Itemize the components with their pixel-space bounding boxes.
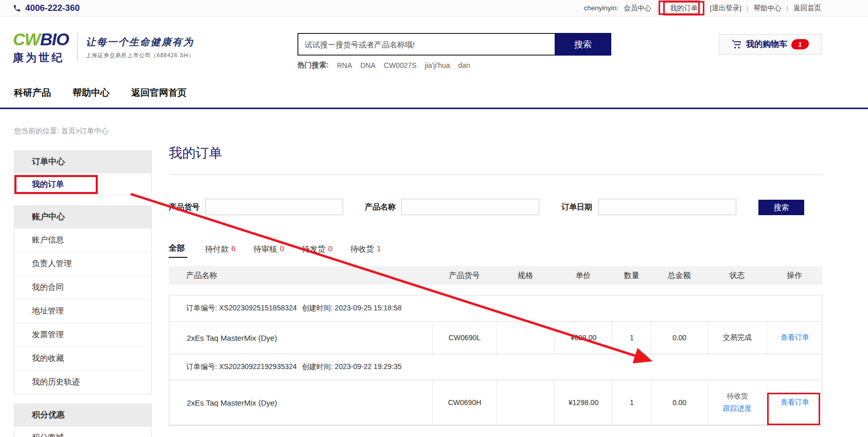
sidebar-item-my-orders[interactable]: 我的订单	[14, 173, 151, 196]
hot-search-item[interactable]: dan	[458, 61, 470, 69]
phone-number: 4006-222-360	[25, 3, 80, 13]
view-order-link[interactable]: 查看订单	[781, 333, 809, 342]
sidebar-item-points-mall[interactable]: 积分商城	[14, 426, 151, 437]
site-logo[interactable]: CWBIO 康为世纪 让每一个生命健康有为 上海证券交易所上市公司（688426…	[13, 30, 194, 65]
logo-divider	[77, 33, 78, 61]
logo-slogan: 让每一个生命健康有为	[86, 36, 194, 49]
hot-search-label: 热门搜索:	[297, 61, 329, 70]
order-meta: 订单编号: XS20230925151858324 创建时间: 2023-09-…	[169, 295, 822, 321]
next-order-block-edge	[169, 425, 822, 427]
orders-table-header: 产品名称 产品货号 规格 单价 数量 总金额 状态 操作	[169, 266, 822, 285]
tab-pending-payment[interactable]: 待付款6	[205, 244, 236, 258]
filter-input-date[interactable]	[598, 199, 736, 215]
hot-search-item[interactable]: CW0027S	[384, 61, 417, 69]
filter-label-sku: 产品货号	[169, 202, 200, 212]
tab-all[interactable]: 全部	[169, 243, 187, 258]
total-amount: 0.00	[651, 322, 708, 354]
nav-item-help[interactable]: 帮助中心	[73, 86, 110, 99]
title-divider	[169, 174, 822, 175]
order-created-time: 创建时间: 2023-09-22 19:29:35	[302, 362, 402, 372]
table-row: 2xEs Taq MasterMix (Dye) CW0690L ¥698.00…	[169, 321, 822, 354]
cart-icon	[732, 40, 742, 49]
view-order-link[interactable]: 查看订单	[781, 398, 809, 407]
main-nav: 科研产品 帮助中心 返回官网首页	[14, 86, 187, 99]
my-cart-button[interactable]: 我的购物车 1	[719, 34, 822, 55]
hot-search-item[interactable]: jia'ji'hua	[425, 61, 450, 69]
quantity: 1	[613, 322, 651, 354]
total-amount: 0.00	[651, 380, 708, 425]
main-content: 我的订单 产品货号 产品名称 订单日期 搜索 全部 待付款6 待审核0 待发货0…	[169, 144, 822, 427]
order-filter-row: 产品货号 产品名称 订单日期 搜索	[169, 199, 822, 216]
nav-item-products[interactable]: 科研产品	[14, 86, 51, 99]
topbar-link-member-center[interactable]: 会员中心	[624, 4, 651, 13]
sidebar-item-addresses[interactable]: 地址管理	[14, 299, 151, 323]
sidebar-group-points: 积分优惠 积分商城	[14, 404, 152, 437]
order-status: 交易完成	[708, 322, 767, 354]
tab-pending-receipt[interactable]: 待收货1	[350, 244, 381, 258]
username: chenyinyin:	[583, 4, 618, 12]
filter-label-date: 订单日期	[561, 202, 592, 212]
tab-pending-shipment[interactable]: 待发货0	[302, 244, 332, 258]
topbar-link-my-orders[interactable]: 我的订单	[663, 1, 704, 15]
topbar-link-home[interactable]: 返回首页	[793, 4, 821, 13]
phone-icon	[13, 4, 21, 12]
product-code: CW0690H	[433, 380, 497, 425]
logo-brand-en: CWBIO	[13, 30, 69, 49]
sidebar-group-orders: 订单中心 我的订单	[14, 150, 152, 196]
cart-count-badge: 1	[791, 39, 810, 49]
sidebar-item-invoices[interactable]: 发票管理	[14, 323, 151, 346]
unit-price: ¥1298.00	[555, 380, 613, 425]
nav-item-official-home[interactable]: 返回官网首页	[131, 86, 187, 99]
header-search: 搜索	[297, 33, 611, 56]
order-created-time: 创建时间: 2023-09-25 15:18:58	[302, 304, 402, 313]
order-block: 订单编号: XS20230922192935324 创建时间: 2023-09-…	[169, 354, 822, 425]
filter-input-name[interactable]	[401, 199, 539, 215]
sidebar-item-favorites[interactable]: 我的收藏	[14, 346, 151, 370]
topbar-link-help-center[interactable]: 帮助中心	[753, 4, 781, 13]
search-input[interactable]	[297, 33, 555, 56]
breadcrumb: 您当前的位置: 首页>订单中心	[14, 127, 109, 136]
sidebar-header-order-center[interactable]: 订单中心	[14, 151, 151, 173]
order-number: 订单编号: XS20230922192935324	[186, 362, 297, 372]
logo-brand-cn: 康为世纪	[13, 50, 69, 65]
tab-pending-review[interactable]: 待审核0	[253, 244, 284, 258]
product-spec	[497, 322, 555, 354]
hot-search-row: 热门搜索: RNA DNA CW0027S jia'ji'hua dan	[297, 61, 470, 70]
topbar-link-logout[interactable]: [退出登录]	[710, 4, 741, 13]
product-code: CW0690L	[433, 322, 497, 354]
sidebar-header-points[interactable]: 积分优惠	[14, 404, 151, 426]
order-block: 订单编号: XS20230925151858324 创建时间: 2023-09-…	[169, 295, 822, 354]
sidebar-header-account-center[interactable]: 账户中心	[14, 206, 151, 228]
page-title: 我的订单	[169, 144, 822, 162]
track-progress-link[interactable]: 跟踪进度	[723, 404, 752, 413]
product-spec	[497, 380, 555, 425]
sidebar-item-account-info[interactable]: 账户信息	[14, 228, 151, 252]
sidebar-group-account: 账户中心 账户信息 负责人管理 我的合同 地址管理 发票管理 我的收藏 我的历史…	[14, 205, 152, 394]
topbar-links: chenyinyin: 会员中心 | 我的订单 [退出登录] | 帮助中心 | …	[583, 1, 821, 15]
cart-label: 我的购物车	[746, 39, 787, 50]
breadcrumb-path[interactable]: 首页>订单中心	[61, 127, 109, 135]
search-button[interactable]: 搜索	[555, 33, 611, 56]
hot-search-item[interactable]: DNA	[360, 61, 376, 69]
breadcrumb-label: 您当前的位置:	[14, 127, 61, 135]
service-phone: 4006-222-360	[13, 3, 80, 13]
logo-listing-info: 上海证券交易所上市公司（688426.SH）	[86, 52, 194, 59]
topbar: 4006-222-360 chenyinyin: 会员中心 | 我的订单 [退出…	[0, 0, 868, 16]
product-name: 2xEs Taq MasterMix (Dye)	[169, 322, 433, 354]
nav-underline	[0, 108, 868, 109]
quantity: 1	[613, 380, 651, 425]
unit-price: ¥698.00	[555, 322, 613, 354]
sidebar: 订单中心 我的订单 账户中心 账户信息 负责人管理 我的合同 地址管理 发票管理…	[14, 150, 152, 437]
order-status: 待收货 跟踪进度	[723, 392, 752, 413]
filter-search-button[interactable]: 搜索	[758, 200, 804, 215]
table-row: 2xEs Taq MasterMix (Dye) CW0690H ¥1298.0…	[169, 380, 822, 425]
order-status-tabs: 全部 待付款6 待审核0 待发货0 待收货1	[169, 243, 822, 258]
sidebar-item-history[interactable]: 我的历史轨迹	[14, 370, 151, 394]
sidebar-item-manager[interactable]: 负责人管理	[14, 252, 151, 275]
hot-search-item[interactable]: RNA	[337, 61, 352, 69]
filter-input-sku[interactable]	[205, 199, 343, 215]
filter-label-name: 产品名称	[365, 202, 396, 212]
sidebar-item-contracts[interactable]: 我的合同	[14, 275, 151, 299]
order-number: 订单编号: XS20230925151858324	[186, 304, 297, 313]
product-name: 2xEs Taq MasterMix (Dye)	[169, 380, 433, 425]
